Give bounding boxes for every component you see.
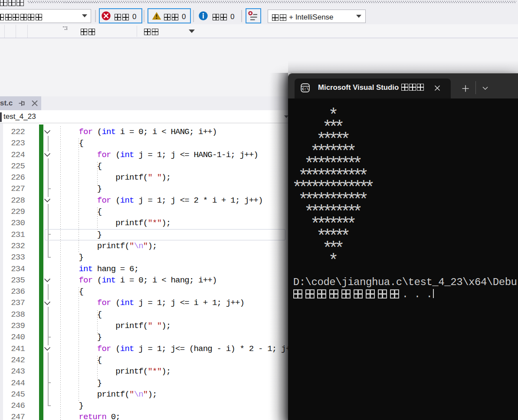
svg-text:C:\: C:\ <box>302 87 308 92</box>
